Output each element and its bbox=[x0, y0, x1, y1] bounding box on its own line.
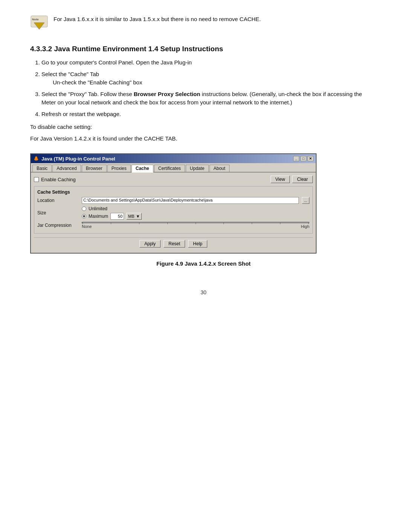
step-2-sub: Un-check the "Enable Caching" box bbox=[53, 78, 377, 87]
window-controls[interactable]: _ □ ✕ bbox=[293, 156, 314, 161]
tab-advanced[interactable]: Advanced bbox=[52, 165, 81, 172]
enable-caching-buttons: View Clear bbox=[271, 176, 313, 183]
para2: For Java Version 1.4.2.x it is found und… bbox=[30, 135, 377, 143]
clear-button[interactable]: Clear bbox=[292, 176, 313, 183]
view-button[interactable]: View bbox=[271, 176, 290, 183]
dropdown-arrow-icon: ▼ bbox=[136, 214, 140, 219]
slider-none-label: None bbox=[82, 224, 92, 229]
apply-button[interactable]: Apply bbox=[139, 240, 161, 248]
browse-button[interactable]: ... bbox=[302, 197, 309, 204]
section-heading: 4.3.3.2 Java Runtime Environment 1.4 Set… bbox=[30, 45, 377, 53]
step-2: Select the "Cache" Tab Un-check the "Ena… bbox=[41, 70, 377, 87]
mb-dropdown[interactable]: MB ▼ bbox=[126, 213, 142, 220]
minimize-button[interactable]: _ bbox=[293, 156, 299, 161]
tab-proxies[interactable]: Proxies bbox=[107, 165, 131, 172]
note-text: For Java 1.6.x.x it is similar to Java 1… bbox=[54, 15, 261, 24]
enable-caching-row: Enable Caching View Clear bbox=[34, 176, 313, 183]
tick-7 bbox=[252, 222, 252, 224]
step-4: Refresh or restart the webpage. bbox=[41, 110, 377, 119]
reset-button[interactable]: Reset bbox=[164, 240, 185, 248]
bottom-buttons: Apply Reset Help bbox=[34, 237, 313, 250]
java-titlebar: Java (TM) Plug-in Control Panel _ □ ✕ bbox=[31, 154, 316, 163]
tick-2 bbox=[111, 222, 111, 224]
tab-update[interactable]: Update bbox=[186, 165, 209, 172]
jar-compression-slider[interactable] bbox=[82, 222, 309, 223]
enable-caching-left: Enable Caching bbox=[34, 177, 76, 182]
tick-9 bbox=[308, 222, 309, 224]
svg-text:Note: Note bbox=[32, 18, 39, 21]
jar-compression-label: Jar Compression bbox=[37, 223, 79, 228]
tick-5 bbox=[196, 222, 196, 224]
slider-high-label: High bbox=[301, 224, 309, 229]
slider-labels: None High bbox=[82, 224, 309, 229]
svg-point-4 bbox=[35, 156, 37, 160]
tick-8 bbox=[280, 222, 280, 224]
tick-3 bbox=[139, 222, 139, 224]
close-button[interactable]: ✕ bbox=[308, 156, 314, 161]
tick-1 bbox=[83, 222, 83, 224]
jar-compression-row: Jar Compression bbox=[37, 222, 309, 229]
size-options: Unlimited Maximum MB ▼ bbox=[82, 206, 142, 220]
tab-certificates[interactable]: Certificates bbox=[154, 165, 185, 172]
size-label: Size bbox=[37, 210, 79, 216]
unlimited-label: Unlimited bbox=[89, 206, 107, 211]
tab-about[interactable]: About bbox=[210, 165, 230, 172]
java-panel-content: Enable Caching View Clear Cache Settings… bbox=[31, 173, 316, 253]
java-icon bbox=[33, 156, 39, 162]
titlebar-left: Java (TM) Plug-in Control Panel bbox=[33, 156, 115, 162]
tab-cache[interactable]: Cache bbox=[132, 165, 153, 173]
help-button[interactable]: Help bbox=[188, 240, 207, 248]
location-path[interactable]: C:\Documents and Settings\AppData\Sun\Ja… bbox=[82, 197, 299, 204]
java-tabs: Basic Advanced Browser Proxies Cache Cer… bbox=[31, 163, 316, 173]
tab-basic[interactable]: Basic bbox=[32, 165, 52, 172]
java-panel-title: Java (TM) Plug-in Control Panel bbox=[41, 156, 115, 162]
para1: To disable cache setting: bbox=[30, 123, 377, 131]
note-icon: Note bbox=[30, 15, 48, 34]
unlimited-row: Unlimited bbox=[82, 206, 142, 211]
location-label: Location bbox=[37, 198, 79, 203]
enable-caching-checkbox[interactable] bbox=[34, 177, 39, 182]
size-row: Size Unlimited Maximum MB ▼ bbox=[37, 206, 309, 220]
enable-caching-label: Enable Caching bbox=[41, 177, 76, 182]
figure-caption: Figure 4.9 Java 1.4.2.x Screen Shot bbox=[30, 260, 377, 267]
maximum-radio[interactable] bbox=[82, 214, 86, 219]
location-row: Location C:\Documents and Settings\AppDa… bbox=[37, 197, 309, 204]
maximum-row: Maximum MB ▼ bbox=[82, 213, 142, 220]
maximize-button[interactable]: □ bbox=[300, 156, 306, 161]
tick-6 bbox=[223, 222, 224, 224]
page-number: 30 bbox=[30, 289, 377, 295]
java-control-panel: Java (TM) Plug-in Control Panel _ □ ✕ Ba… bbox=[30, 153, 317, 254]
steps-list: Go to your computer's Control Panel. Ope… bbox=[41, 58, 377, 118]
step-3: Select the "Proxy" Tab. Follow these Bro… bbox=[41, 90, 377, 107]
note-box: Note For Java 1.6.x.x it is similar to J… bbox=[30, 15, 377, 34]
max-value-input[interactable] bbox=[110, 213, 124, 220]
slider-container: None High bbox=[82, 222, 309, 229]
maximum-label: Maximum bbox=[89, 214, 108, 219]
step-3-bold: Browser Proxy Selection bbox=[134, 91, 200, 97]
step-1: Go to your computer's Control Panel. Ope… bbox=[41, 58, 377, 67]
tick-4 bbox=[167, 222, 168, 224]
cache-settings-group: Cache Settings Location C:\Documents and… bbox=[34, 186, 313, 234]
tab-browser[interactable]: Browser bbox=[82, 165, 107, 172]
cache-settings-label: Cache Settings bbox=[37, 190, 309, 195]
unlimited-radio[interactable] bbox=[82, 206, 86, 211]
